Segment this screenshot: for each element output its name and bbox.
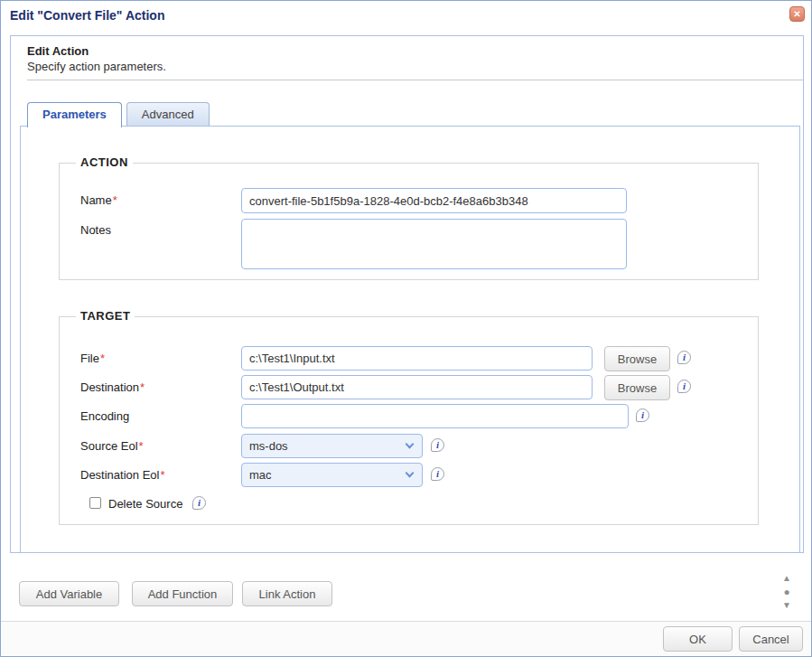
source-eol-select[interactable]: ms-dos [241,434,423,458]
source-eol-label: Source Eol* [80,439,144,453]
add-variable-button[interactable]: Add Variable [19,581,119,606]
panel-header-title: Edit Action [27,44,803,58]
dialog-footer: OK Cancel [1,621,811,657]
file-info-icon[interactable]: i [677,351,691,364]
dialog-title: Edit "Convert File" Action [10,8,164,23]
action-group-legend: ACTION [76,155,133,169]
source-eol-info-icon[interactable]: i [431,438,444,452]
drag-handle-icon[interactable]: ● [783,585,789,599]
destination-eol-select[interactable]: mac [241,463,423,487]
action-group: ACTION Name* Notes [59,163,759,280]
tab-content-parameters: ACTION Name* Notes TARGET File* Browse i… [20,126,800,553]
required-marker: * [113,193,117,207]
delete-source-checkbox[interactable] [89,497,101,509]
tab-advanced[interactable]: Advanced [126,102,210,126]
resize-gadget: ▲ ● ▼ [776,572,798,612]
destination-label: Destination* [80,380,145,394]
required-marker: * [140,380,145,394]
close-icon[interactable]: ✕ [789,6,805,22]
notes-label: Notes [80,223,111,237]
link-action-button[interactable]: Link Action [242,581,332,606]
delete-source-label: Delete Source [108,497,182,511]
encoding-info-icon[interactable]: i [636,408,649,422]
target-group: TARGET File* Browse i Destination* Brows… [59,316,759,525]
name-label: Name* [80,193,117,207]
panel-header-subtitle: Specify action parameters. [27,60,803,73]
notes-textarea[interactable] [241,219,627,269]
add-function-button[interactable]: Add Function [132,581,233,606]
cancel-button[interactable]: Cancel [739,626,803,652]
source-eol-value: ms-dos [249,439,288,453]
ok-button[interactable]: OK [663,626,733,652]
destination-input[interactable] [241,375,593,399]
tab-parameters[interactable]: Parameters [27,102,122,127]
chevron-down-icon [406,469,415,478]
scroll-up-icon[interactable]: ▲ [782,572,791,585]
destination-info-icon[interactable]: i [677,380,691,393]
required-marker: * [160,468,164,482]
main-panel: Edit Action Specify action parameters. P… [10,35,804,553]
chevron-down-icon [406,440,415,449]
destination-eol-value: mac [249,468,272,482]
destination-eol-info-icon[interactable]: i [431,467,444,481]
destination-browse-button[interactable]: Browse [604,375,670,400]
encoding-input[interactable] [241,404,629,428]
file-input[interactable] [241,346,593,371]
file-browse-button[interactable]: Browse [604,346,670,371]
name-input[interactable] [241,188,627,213]
scroll-down-icon[interactable]: ▼ [782,599,791,612]
tab-bar: Parameters Advanced [27,102,210,126]
dialog-titlebar: Edit "Convert File" Action ✕ [1,1,811,34]
panel-header: Edit Action Specify action parameters. [27,44,803,80]
target-group-legend: TARGET [76,309,135,323]
delete-source-info-icon[interactable]: i [192,496,206,510]
file-label: File* [80,352,105,365]
required-marker: * [139,439,144,453]
destination-eol-label: Destination Eol* [80,468,165,482]
encoding-label: Encoding [80,409,129,423]
required-marker: * [100,352,105,365]
edit-action-dialog: Edit "Convert File" Action ✕ Edit Action… [0,0,812,657]
